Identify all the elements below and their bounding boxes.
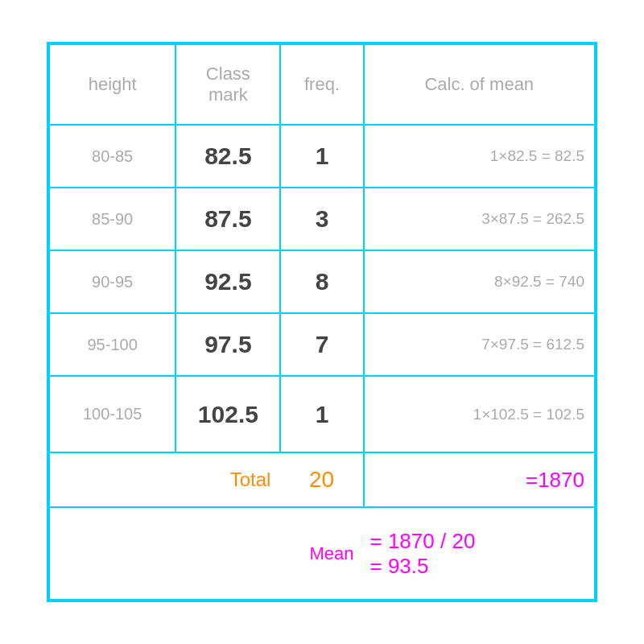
- cell-calc-3: 7×97.5 = 612.5: [364, 313, 596, 376]
- header-height: height: [49, 44, 175, 125]
- table-row: 95-100 97.5 7 7×97.5 = 612.5: [49, 313, 595, 376]
- header-freq: freq.: [280, 44, 363, 125]
- mean-line1: = 1870 / 20: [370, 529, 476, 553]
- mean-value: = 1870 / 20 = 93.5: [364, 507, 596, 600]
- cell-height-3: 95-100: [49, 313, 175, 376]
- cell-class-1: 87.5: [175, 188, 280, 250]
- mean-label: Mean: [280, 507, 363, 600]
- total-empty-1: [49, 452, 175, 507]
- mean-empty: [49, 507, 280, 600]
- cell-height-4: 100-105: [49, 376, 175, 452]
- table-row: 80-85 82.5 1 1×82.5 = 82.5: [49, 125, 595, 188]
- header-class-mark: Class mark: [175, 44, 280, 125]
- table-header: height Class mark freq. Calc. of mean: [49, 44, 595, 125]
- table-row: 90-95 92.5 8 8×92.5 = 740: [49, 250, 595, 313]
- cell-calc-1: 3×87.5 = 262.5: [364, 188, 596, 250]
- cell-calc-0: 1×82.5 = 82.5: [364, 125, 596, 188]
- cell-freq-3: 7: [280, 313, 363, 376]
- cell-calc-4: 1×102.5 = 102.5: [364, 376, 596, 452]
- cell-class-3: 97.5: [175, 313, 280, 376]
- cell-class-0: 82.5: [175, 125, 280, 188]
- cell-class-2: 92.5: [175, 250, 280, 313]
- table-row: 100-105 102.5 1 1×102.5 = 102.5: [49, 376, 595, 452]
- total-calc: =1870: [364, 452, 596, 507]
- total-freq: 20: [280, 452, 363, 507]
- cell-height-0: 80-85: [49, 125, 175, 188]
- cell-freq-0: 1: [280, 125, 363, 188]
- header-calc: Calc. of mean: [364, 44, 596, 125]
- cell-calc-2: 8×92.5 = 740: [364, 250, 596, 313]
- total-label: Total: [175, 452, 280, 507]
- cell-freq-4: 1: [280, 376, 363, 452]
- table-row: 85-90 87.5 3 3×87.5 = 262.5: [49, 188, 595, 250]
- mean-line2: = 93.5: [370, 554, 429, 578]
- cell-class-4: 102.5: [175, 376, 280, 452]
- mean-row: Mean = 1870 / 20 = 93.5: [49, 507, 595, 600]
- cell-freq-1: 3: [280, 188, 363, 250]
- cell-height-1: 85-90: [49, 188, 175, 250]
- cell-freq-2: 8: [280, 250, 363, 313]
- total-row: Total 20 =1870: [49, 452, 595, 507]
- statistics-table: height Class mark freq. Calc. of mean 80…: [47, 42, 597, 602]
- cell-height-2: 90-95: [49, 250, 175, 313]
